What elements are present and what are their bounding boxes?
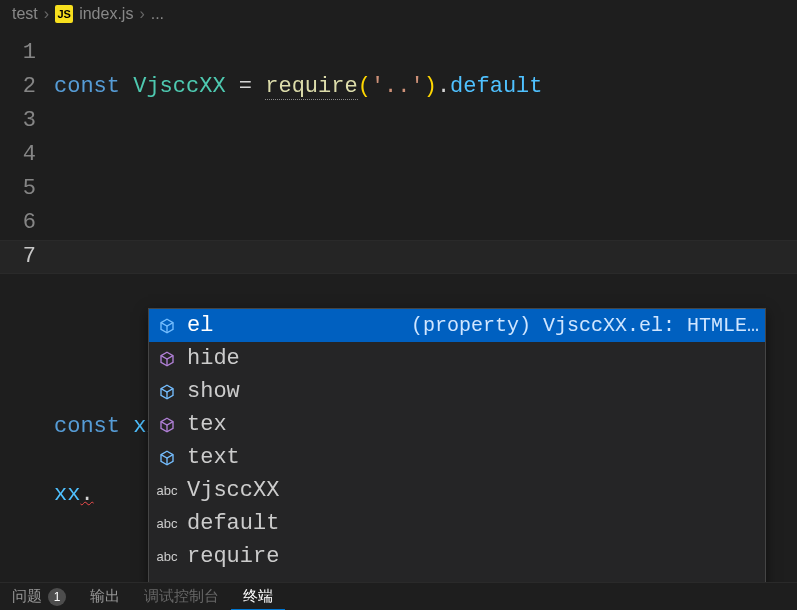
code-editor[interactable]: 1 2 3 4 5 6 7 const VjsccXX = require('.… [0,28,797,582]
suggest-item[interactable]: abcVjsccXX [149,474,765,507]
tab-label: 调试控制台 [144,587,219,606]
suggest-label: default [187,511,279,536]
tab-output[interactable]: 输出 [78,583,132,610]
tab-label: 问题 [12,587,42,606]
text-icon: abc [155,549,179,564]
suggest-label: hide [187,346,240,371]
suggest-item[interactable]: tex [149,408,765,441]
suggest-item[interactable]: show [149,375,765,408]
code-line[interactable] [54,274,797,308]
suggest-item[interactable]: text [149,441,765,474]
tab-label: 终端 [243,587,273,606]
text-icon: abc [155,516,179,531]
suggest-label: require [187,544,279,569]
line-number: 6 [0,206,54,240]
suggest-item[interactable]: abcdefault [149,507,765,540]
code-line[interactable] [54,206,797,240]
chevron-right-icon: › [139,5,144,23]
tab-label: 输出 [90,587,120,606]
suggest-item[interactable]: abcrequire [149,540,765,573]
line-number: 4 [0,138,54,172]
suggest-label: el [187,313,213,338]
suggest-label: tex [187,412,227,437]
problems-count-badge: 1 [48,588,66,606]
field-icon [155,449,179,467]
suggest-detail: (property) VjsccXX.el: HTMLE… [391,314,759,337]
suggest-label: show [187,379,240,404]
suggest-item[interactable]: el(property) VjsccXX.el: HTMLE… [149,309,765,342]
line-number-gutter: 1 2 3 4 5 6 7 [0,28,54,582]
field-icon [155,317,179,335]
tab-terminal[interactable]: 终端 [231,583,285,610]
breadcrumb-symbol[interactable]: ... [151,5,164,23]
suggest-label: VjsccXX [187,478,279,503]
line-number: 2 [0,70,54,104]
js-file-icon: JS [55,5,73,23]
breadcrumb[interactable]: test › JS index.js › ... [0,0,797,28]
bottom-panel-tabs: 问题 1 输出 调试控制台 终端 [0,582,797,610]
field-icon [155,383,179,401]
chevron-right-icon: › [44,5,49,23]
suggest-item[interactable]: hide [149,342,765,375]
autocomplete-popup[interactable]: el(property) VjsccXX.el: HTMLE…hideshowt… [148,308,766,607]
line-number: 5 [0,172,54,206]
code-line[interactable] [54,138,797,172]
code-line[interactable]: const VjsccXX = require('..').default [54,70,797,104]
breadcrumb-folder[interactable]: test [12,5,38,23]
method-icon [155,350,179,368]
text-icon: abc [155,483,179,498]
suggest-label: text [187,445,240,470]
breadcrumb-file[interactable]: index.js [79,5,133,23]
method-icon [155,416,179,434]
line-number: 1 [0,36,54,70]
tab-debug-console[interactable]: 调试控制台 [132,583,231,610]
tab-problems[interactable]: 问题 1 [0,583,78,610]
line-number: 3 [0,104,54,138]
